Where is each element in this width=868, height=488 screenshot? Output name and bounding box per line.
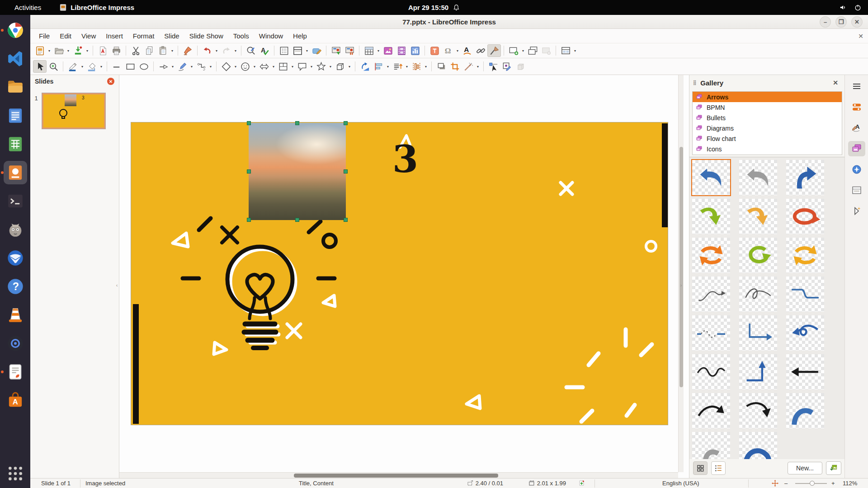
- slide-thumbnail[interactable]: 3: [42, 93, 105, 129]
- slides-panel-collapse-handle[interactable]: ‹: [114, 269, 119, 301]
- gallery-theme-icons[interactable]: Icons: [693, 144, 842, 154]
- align-button[interactable]: [372, 60, 385, 73]
- menu-help[interactable]: Help: [288, 30, 312, 42]
- block-arrows-dropdown[interactable]: ▾: [271, 60, 276, 73]
- objects-3d-dropdown[interactable]: ▾: [347, 60, 352, 73]
- image-filter-dropdown[interactable]: ▾: [475, 60, 481, 73]
- lines-arrows-button[interactable]: [156, 60, 170, 73]
- gallery-insert-button[interactable]: [826, 461, 841, 475]
- sidebar-tab-animation[interactable]: [848, 203, 865, 219]
- selection-handle-e[interactable]: [344, 169, 348, 174]
- new-presentation-dropdown[interactable]: ▾: [47, 44, 52, 57]
- curve-dropdown[interactable]: ▾: [189, 60, 194, 73]
- dock-impress[interactable]: [4, 161, 27, 184]
- horizontal-scrollbar[interactable]: [119, 472, 678, 478]
- close-button[interactable]: ✕: [851, 16, 863, 28]
- gallery-new-button[interactable]: New...: [788, 462, 822, 474]
- sidebar-collapse-handle[interactable]: ›: [679, 269, 684, 301]
- glue-points-button[interactable]: [500, 60, 514, 73]
- status-layout-name[interactable]: Title, Content: [299, 480, 334, 487]
- slides-panel-close-icon[interactable]: ✕: [107, 78, 114, 85]
- gallery-item-curve-wave-black[interactable]: [692, 354, 730, 389]
- selection-handle-w[interactable]: [247, 169, 251, 174]
- dock-settings[interactable]: [4, 332, 27, 355]
- shadow-button[interactable]: [434, 60, 448, 73]
- selection-handle-ne[interactable]: [344, 121, 348, 125]
- activities-button[interactable]: Activities: [11, 4, 45, 11]
- basic-shapes-button[interactable]: [219, 60, 233, 73]
- select-button[interactable]: [33, 60, 47, 73]
- basic-shapes-dropdown[interactable]: ▾: [233, 60, 238, 73]
- curve-button[interactable]: [175, 60, 189, 73]
- arrange-dropdown[interactable]: ▾: [404, 60, 410, 73]
- undo-dropdown[interactable]: ▾: [214, 44, 219, 57]
- insert-media-button[interactable]: [395, 44, 408, 57]
- line-color-dropdown[interactable]: ▾: [80, 60, 85, 73]
- selection-handle-n[interactable]: [295, 121, 299, 125]
- start-current-slide-button[interactable]: [343, 44, 356, 57]
- selection-handle-s[interactable]: [295, 218, 299, 222]
- redo-dropdown[interactable]: ▾: [233, 44, 238, 57]
- crop-button[interactable]: [448, 60, 462, 73]
- gallery-item-arrows-circular-orange[interactable]: [692, 238, 730, 273]
- menu-edit[interactable]: Edit: [55, 30, 76, 42]
- delete-slide-button[interactable]: [539, 44, 553, 57]
- menu-file[interactable]: File: [34, 30, 55, 42]
- insert-table-dropdown[interactable]: ▾: [376, 44, 381, 57]
- align-dropdown[interactable]: ▾: [385, 60, 391, 73]
- sidebar-tab-navigator[interactable]: [848, 162, 865, 177]
- connectors-button[interactable]: [194, 60, 208, 73]
- gallery-theme-diagrams[interactable]: Diagrams: [693, 123, 842, 133]
- gallery-item-arrow-curve-right-black[interactable]: [692, 393, 730, 428]
- lines-arrows-dropdown[interactable]: ▾: [170, 60, 175, 73]
- selection-handle-sw[interactable]: [247, 218, 251, 222]
- topbar-system-icons[interactable]: [839, 4, 862, 11]
- save-button[interactable]: [71, 44, 85, 57]
- symbol-shapes-dropdown[interactable]: ▾: [252, 60, 257, 73]
- undo-button[interactable]: [200, 44, 214, 57]
- zoom-in-button[interactable]: +: [831, 480, 835, 487]
- gallery-theme-arrows[interactable]: Arrows: [693, 92, 842, 102]
- fit-slide-icon[interactable]: [772, 480, 778, 487]
- gallery-item-arc-thick-blue[interactable]: [786, 393, 824, 428]
- slide-thumbnail-row[interactable]: 1 3: [30, 93, 105, 129]
- restore-button[interactable]: ❐: [835, 16, 847, 28]
- paste-dropdown[interactable]: ▾: [170, 44, 175, 57]
- status-zoom-level[interactable]: 112%: [843, 480, 857, 487]
- open-folder-button[interactable]: [52, 44, 66, 57]
- gallery-theme-bullets[interactable]: Bullets: [693, 113, 842, 123]
- selection-handle-se[interactable]: [344, 218, 348, 222]
- image-filter-button[interactable]: [462, 60, 475, 73]
- menu-view[interactable]: View: [76, 30, 101, 42]
- topbar-clock[interactable]: Apr 29 15:50: [408, 4, 460, 11]
- zoom-slider[interactable]: [795, 483, 827, 484]
- status-save-icon[interactable]: [578, 480, 585, 487]
- document-close-icon[interactable]: ✕: [858, 33, 863, 40]
- slide-page[interactable]: 3: [131, 122, 668, 425]
- gallery-item-arrow-bent-up-blue[interactable]: [786, 160, 824, 195]
- inserted-photo[interactable]: [249, 123, 346, 220]
- icon-view-button[interactable]: [693, 461, 708, 475]
- rotate-button[interactable]: [358, 60, 372, 73]
- sidebar-tab-properties[interactable]: [848, 99, 865, 115]
- gallery-item-arrow-curved-left-blue[interactable]: [692, 160, 730, 195]
- sidebar-tab-sidebar-menu[interactable]: [848, 79, 865, 94]
- dock-writer[interactable]: [4, 104, 27, 127]
- gallery-item-line-corner-blue[interactable]: [739, 315, 777, 351]
- display-grid-button[interactable]: [277, 44, 291, 57]
- dock-calc[interactable]: [4, 132, 27, 156]
- spelling-button[interactable]: A: [258, 44, 271, 57]
- open-folder-dropdown[interactable]: ▾: [66, 44, 71, 57]
- distribute-button[interactable]: [410, 60, 423, 73]
- sidebar-tab-gallery[interactable]: [848, 141, 865, 156]
- gallery-item-arrow-corner-up-blue[interactable]: [739, 354, 777, 389]
- slide-layout-dropdown[interactable]: ▾: [572, 44, 578, 57]
- show-draw-functions-button[interactable]: [487, 44, 501, 57]
- new-slide-button[interactable]: [507, 44, 520, 57]
- gallery-item-arrow-left-black[interactable]: [786, 354, 824, 389]
- symbol-shapes-button[interactable]: [238, 60, 252, 73]
- insert-textbox-button[interactable]: [428, 44, 441, 57]
- minimize-button[interactable]: –: [820, 16, 831, 28]
- menu-window[interactable]: Window: [254, 30, 288, 42]
- dock-vscode[interactable]: [4, 47, 27, 70]
